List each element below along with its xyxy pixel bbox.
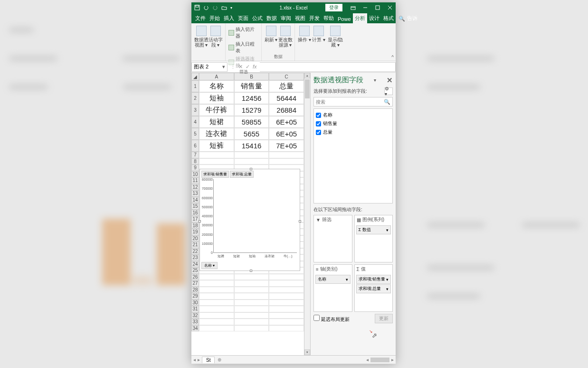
row-header[interactable]: 16 [191, 210, 199, 216]
field-search[interactable]: 🔍 [313, 97, 393, 107]
tab-prev-icon[interactable]: ◂ [193, 357, 196, 362]
hscroll-thumb[interactable] [370, 358, 389, 362]
tab-help[interactable]: 帮助 [322, 13, 336, 23]
maximize-icon[interactable] [372, 2, 383, 13]
cell[interactable] [234, 306, 269, 312]
cell[interactable] [234, 300, 269, 306]
cell[interactable] [234, 152, 269, 158]
cell[interactable]: 销售量 [234, 80, 269, 92]
cell[interactable]: 短裙 [199, 116, 234, 128]
row-header[interactable]: 31 [191, 306, 199, 312]
cell[interactable]: 56444 [269, 92, 304, 104]
gear-icon[interactable]: ⚙ ▾ [384, 87, 393, 95]
row-header[interactable]: 30 [191, 300, 199, 306]
open-icon[interactable] [221, 5, 227, 10]
search-icon[interactable]: 🔍 [397, 14, 407, 23]
axis-box[interactable]: ≡轴(类别) 名称▾ [313, 264, 352, 312]
redo-icon[interactable] [212, 5, 218, 10]
cell[interactable]: 26884 [269, 104, 304, 116]
ribbon-display-icon[interactable] [347, 2, 359, 13]
select-all-button[interactable]: ◢ [191, 73, 199, 80]
value-pill[interactable]: 求和项:销售量▾ [356, 275, 391, 284]
tab-power[interactable]: Powe [336, 15, 353, 23]
tab-review[interactable]: 审阅 [279, 13, 293, 23]
row-header[interactable]: 5 [191, 128, 199, 140]
axis-pill[interactable]: 名称▾ [315, 275, 351, 284]
scroll-down-icon[interactable]: ▾ [304, 349, 310, 355]
sheet-tab[interactable]: St [202, 357, 215, 363]
tab-next-icon[interactable]: ▸ [198, 357, 200, 362]
row-header[interactable]: 8 [191, 158, 199, 165]
search-icon[interactable]: 🔍 [384, 99, 390, 105]
cell[interactable] [199, 293, 234, 300]
cell[interactable]: 短裤 [199, 140, 234, 152]
chevron-down-icon[interactable]: ▾ [386, 277, 389, 282]
login-button[interactable]: 登录 [325, 4, 342, 11]
row-header[interactable]: 6 [191, 140, 199, 152]
hscroll-right-icon[interactable]: ▸ [389, 357, 396, 362]
row-header[interactable]: 20 [191, 235, 199, 242]
insert-slicer-button[interactable]: 插入切片器 [228, 26, 258, 39]
cell[interactable] [199, 300, 234, 306]
pivot-chart-button[interactable]: 数据透视图 ▾ [194, 24, 209, 48]
row-header[interactable]: 25 [191, 267, 199, 274]
cell[interactable] [269, 293, 304, 300]
insert-timeline-button[interactable]: 插入日程表 [228, 41, 258, 54]
cell[interactable] [269, 152, 304, 158]
row-header[interactable]: 2 [191, 92, 199, 104]
col-header-c[interactable]: C [269, 73, 304, 80]
panel-close-icon[interactable]: ✕ [387, 76, 393, 85]
chevron-down-icon[interactable]: ▾ [346, 277, 348, 282]
refresh-button[interactable]: 刷新 ▾ [264, 24, 278, 48]
show-hide-button[interactable]: 显示/隐藏 ▾ [326, 24, 345, 48]
cell[interactable] [199, 152, 234, 158]
row-header[interactable]: 14 [191, 197, 199, 203]
tab-tell-me[interactable]: 告诉 [407, 13, 419, 23]
vertical-scrollbar[interactable]: ▴ ▾ [304, 73, 310, 355]
cell[interactable]: 连衣裙 [199, 128, 234, 140]
active-field-button[interactable]: 活动字段 ▾ [209, 24, 223, 48]
row-header[interactable]: 3 [191, 104, 199, 116]
name-box[interactable]: 图表 2▾ [191, 62, 228, 72]
tab-home[interactable]: 开始 [208, 13, 222, 23]
tab-insert[interactable]: 插入 [222, 13, 236, 23]
chevron-down-icon[interactable]: ▾ [386, 228, 389, 232]
tab-view[interactable]: 视图 [293, 13, 307, 23]
cell[interactable]: 7E+05 [269, 140, 304, 152]
cell[interactable] [234, 158, 269, 165]
cell[interactable]: 6E+05 [269, 116, 304, 128]
cell[interactable] [269, 312, 304, 319]
search-input[interactable] [316, 99, 384, 105]
cell[interactable] [269, 319, 304, 325]
row-header[interactable]: 15 [191, 203, 199, 210]
field-item[interactable]: 总量 [316, 128, 390, 136]
chart-legend-btn[interactable]: 求和项:销售量 [201, 171, 229, 178]
pivot-chart[interactable]: 求和项:销售量 求和项:总量 0100000200000300000400000… [199, 169, 300, 271]
row-header[interactable]: 32 [191, 312, 199, 319]
row-header[interactable]: 7 [191, 152, 199, 158]
cell[interactable] [269, 300, 304, 306]
save-icon[interactable] [194, 5, 200, 10]
field-list[interactable]: 名称 销售量 总量 [313, 108, 393, 203]
tab-dev[interactable]: 开发 [307, 13, 322, 23]
value-pill[interactable]: 求和项:总量▾ [356, 284, 391, 293]
cell[interactable]: 15279 [234, 104, 269, 116]
cell[interactable] [234, 319, 269, 325]
chart-plot-area[interactable]: 0100000200000300000400000500000600000700… [213, 179, 297, 253]
row-header[interactable]: 17 [191, 216, 199, 223]
col-header-a[interactable]: A [199, 73, 234, 80]
cell[interactable]: 总量 [269, 80, 304, 92]
hscroll-left-icon[interactable]: ◂ [364, 357, 370, 362]
cell[interactable] [234, 325, 269, 332]
minimize-icon[interactable] [360, 2, 371, 13]
cell[interactable] [234, 293, 269, 300]
row-header[interactable]: 26 [191, 274, 199, 281]
cell[interactable] [199, 319, 234, 325]
formula-input[interactable] [260, 62, 396, 72]
update-button[interactable]: 更新 [375, 314, 393, 323]
change-source-button[interactable]: 更改数据源 ▾ [278, 24, 293, 48]
cell[interactable]: 名称 [199, 80, 234, 92]
tab-format[interactable]: 格式 [381, 13, 396, 23]
cell[interactable] [199, 158, 234, 165]
cell[interactable]: 59855 [234, 116, 269, 128]
